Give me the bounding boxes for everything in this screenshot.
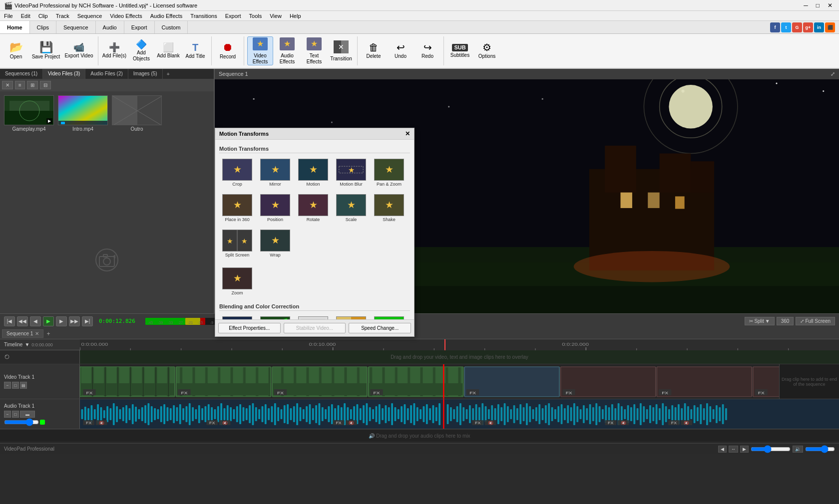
- add-files-button[interactable]: ➕ Add File(s): [101, 36, 127, 65]
- video-track-lock-button[interactable]: □: [12, 382, 19, 389]
- effect-color-adjustments[interactable]: ★ Color adjustments: [295, 314, 331, 319]
- subtitles-button[interactable]: SUB Subtitles: [447, 36, 473, 65]
- menu-file[interactable]: File: [0, 12, 17, 20]
- tab-home[interactable]: Home: [0, 21, 30, 33]
- menu-view[interactable]: View: [266, 12, 286, 20]
- effect-position[interactable]: ★ Position: [257, 192, 293, 225]
- video-track-mute-button[interactable]: −: [4, 382, 11, 389]
- menu-edit[interactable]: Edit: [17, 12, 34, 20]
- maximize-button[interactable]: □: [814, 2, 822, 9]
- menu-sequence[interactable]: Sequence: [73, 12, 106, 20]
- panel-tab-audio-files[interactable]: Audio Files (2): [85, 69, 128, 79]
- options-button[interactable]: ⚙ Options: [474, 36, 500, 65]
- speed-change-button[interactable]: Speed Change...: [349, 323, 411, 333]
- effects-panel-close-button[interactable]: ✕: [405, 130, 410, 137]
- menu-clip[interactable]: Clip: [34, 12, 52, 20]
- play-button[interactable]: ▶: [43, 316, 54, 326]
- panel-list-btn[interactable]: ≡: [15, 81, 25, 89]
- sequence-tab-1[interactable]: Sequence 1 ✕: [2, 329, 43, 338]
- preview-expand-button[interactable]: ⤢: [831, 71, 835, 77]
- effect-auto-levels[interactable]: ★ Auto Levels: [219, 314, 255, 319]
- goto-end-button[interactable]: ▶|: [82, 316, 93, 326]
- goto-start-button[interactable]: |◀: [4, 316, 15, 326]
- tab-export[interactable]: Export: [124, 21, 155, 33]
- audio-track-solo-button[interactable]: □: [12, 411, 19, 418]
- panel-tab-images[interactable]: Images (5): [128, 69, 163, 79]
- tab-audio[interactable]: Audio: [96, 21, 124, 33]
- rss-icon[interactable]: ⬛: [825, 22, 835, 32]
- zoom-in-button[interactable]: ◀: [718, 446, 727, 453]
- menu-export[interactable]: Export: [221, 12, 245, 20]
- effects-panel-body[interactable]: Motion Transforms ★ Crop ★ Mirror ★: [215, 140, 414, 319]
- linkedin-icon[interactable]: in: [814, 22, 824, 32]
- effect-scale[interactable]: ★ Scale: [333, 192, 369, 225]
- list-item[interactable]: Outro: [112, 95, 162, 203]
- split-button[interactable]: ✂ Split ▼: [745, 317, 774, 325]
- timeline-dropdown-icon[interactable]: ▼: [24, 342, 29, 347]
- add-objects-button[interactable]: 🔷 Add Objects: [128, 36, 154, 65]
- record-button[interactable]: ⏺ Record: [215, 36, 241, 65]
- volume-down-button[interactable]: 🔉: [793, 446, 803, 453]
- redo-button[interactable]: ↪ Redo: [415, 36, 440, 65]
- menu-video-effects[interactable]: Video Effects: [106, 12, 146, 20]
- effect-place-360[interactable]: ★ Place in 360: [219, 192, 255, 225]
- 360-button[interactable]: 360: [777, 317, 794, 325]
- effect-mirror[interactable]: ★ Mirror: [257, 156, 293, 190]
- panel-tab-sequences[interactable]: Sequences (1): [0, 69, 43, 79]
- effect-crop[interactable]: ★ Crop: [219, 156, 255, 190]
- minimize-button[interactable]: ─: [801, 2, 811, 9]
- prev-frame-button[interactable]: ◀◀: [17, 316, 28, 326]
- delete-button[interactable]: 🗑 Delete: [361, 36, 387, 65]
- zoom-out-button[interactable]: ▶: [740, 446, 749, 453]
- effect-zoom[interactable]: ★ Zoom: [219, 265, 255, 298]
- panel-grid-btn[interactable]: ⊞: [27, 81, 38, 89]
- audio-track-vol-button[interactable]: ▬: [20, 411, 35, 418]
- effect-split-screen[interactable]: ★★ Split Screen: [219, 227, 255, 260]
- menu-help[interactable]: Help: [286, 12, 305, 20]
- video-track-settings-button[interactable]: ▤: [20, 382, 27, 389]
- fullscreen-button[interactable]: ⤢ Full Screen: [796, 317, 835, 325]
- menu-tools[interactable]: Tools: [245, 12, 266, 20]
- fast-forward-button[interactable]: ▶: [56, 316, 67, 326]
- video-effects-button[interactable]: ★ Video Effects: [247, 36, 273, 65]
- stabilize-video-button[interactable]: Stabilize Video...: [284, 323, 346, 333]
- effect-shake[interactable]: ★ Shake: [371, 192, 407, 225]
- effect-color-curves[interactable]: ★ Color Curves: [257, 314, 293, 319]
- menu-audio-effects[interactable]: Audio Effects: [146, 12, 187, 20]
- add-blank-button[interactable]: ⬜ Add Blank: [155, 36, 181, 65]
- menu-track[interactable]: Track: [52, 12, 73, 20]
- list-item[interactable]: Intro.mp4: [58, 95, 108, 203]
- audio-track-mute-button[interactable]: −: [4, 411, 11, 418]
- twitter-icon[interactable]: t: [781, 22, 791, 32]
- list-item[interactable]: ▶ Gameplay.mp4: [4, 95, 54, 203]
- effect-pan-zoom[interactable]: ★ Pan & Zoom: [371, 156, 407, 190]
- effect-wrap[interactable]: ★ Wrap: [257, 227, 293, 260]
- panel-tab-add[interactable]: +: [163, 69, 174, 79]
- transition-button[interactable]: ✕ Transition: [328, 36, 354, 65]
- effect-properties-button[interactable]: Effect Properties...: [218, 323, 281, 333]
- panel-tab-video-files[interactable]: Video Files (3): [43, 69, 85, 79]
- sequence-tab-close-icon[interactable]: ✕: [35, 331, 39, 336]
- export-video-button[interactable]: 📹 Export Video: [63, 36, 95, 65]
- panel-delete-btn[interactable]: ✕: [2, 81, 13, 89]
- volume-slider-status[interactable]: [805, 447, 835, 451]
- text-effects-button[interactable]: ★ Text Effects: [301, 36, 327, 65]
- googleplus-icon[interactable]: g+: [803, 22, 813, 32]
- tab-sequence[interactable]: Sequence: [56, 21, 96, 33]
- effect-exposure[interactable]: ★ Exposure: [333, 314, 369, 319]
- audio-effects-button[interactable]: ★ Audio Effects: [274, 36, 300, 65]
- zoom-fit-button[interactable]: ↔: [729, 446, 738, 453]
- timeline-zoom-slider[interactable]: [751, 447, 791, 451]
- sequence-tab-add-button[interactable]: +: [43, 329, 53, 338]
- close-button[interactable]: ✕: [825, 2, 835, 9]
- volume-slider-input[interactable]: [4, 420, 39, 424]
- tab-clips[interactable]: Clips: [30, 21, 56, 33]
- tab-custom[interactable]: Custom: [155, 21, 188, 33]
- undo-button[interactable]: ↩ Undo: [388, 36, 414, 65]
- effect-green-screen[interactable]: ★ Green Screen: [371, 314, 407, 319]
- next-frame-button[interactable]: ▶▶: [69, 316, 80, 326]
- facebook-icon[interactable]: f: [770, 22, 780, 32]
- open-button[interactable]: 📂 Open: [3, 36, 29, 65]
- panel-sort-btn[interactable]: ⊟: [40, 81, 51, 89]
- rewind-button[interactable]: ◀: [30, 316, 41, 326]
